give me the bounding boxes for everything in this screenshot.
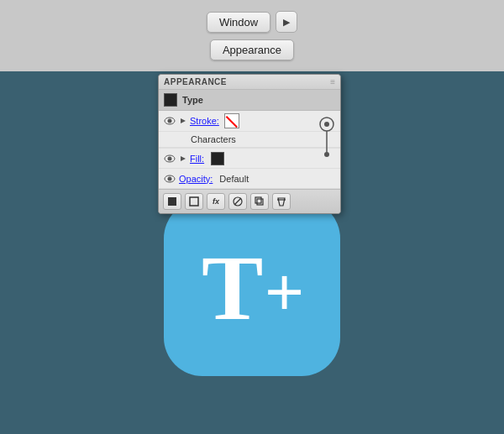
opacity-value: Default xyxy=(219,174,249,184)
panel-title: APPEARANCE xyxy=(164,77,227,86)
svg-rect-12 xyxy=(168,197,176,206)
svg-point-1 xyxy=(168,119,172,123)
arrow-button[interactable]: ▶ xyxy=(276,11,297,33)
svg-rect-13 xyxy=(190,197,198,206)
panel-grip: ≡ xyxy=(330,77,335,86)
eye-icon xyxy=(164,117,176,125)
svg-point-6 xyxy=(324,152,329,157)
type-row: Type xyxy=(159,90,340,111)
stroke-row: Stroke: xyxy=(159,111,340,132)
t-letter: T xyxy=(202,242,261,334)
fill-swatch[interactable] xyxy=(211,152,224,165)
toolbar-btn-delete[interactable] xyxy=(272,193,291,210)
opacity-label[interactable]: Opacity: xyxy=(179,174,213,184)
app-icon: T + xyxy=(164,200,340,376)
fill-eye-icon xyxy=(164,154,176,163)
top-btn-row-2: Appearance xyxy=(210,39,294,60)
opacity-row: Opacity: Default xyxy=(159,169,340,189)
appearance-panel: APPEARANCE ≡ Type Stroke: xyxy=(158,74,341,214)
fill-triangle-icon xyxy=(179,154,187,163)
toolbar-btn-duplicate[interactable] xyxy=(250,193,269,210)
fill-row: Fill: xyxy=(159,149,340,169)
toolbar-btn-stroke[interactable] xyxy=(185,193,203,210)
top-bar: Window ▶ Appearance xyxy=(0,0,504,71)
app-icon-text: T + xyxy=(202,242,302,334)
svg-marker-18 xyxy=(278,198,285,206)
svg-rect-16 xyxy=(257,199,263,205)
plus-letter: + xyxy=(265,259,302,326)
svg-rect-17 xyxy=(255,197,261,203)
stroke-connector-icon xyxy=(317,114,337,158)
opacity-eye-icon xyxy=(164,175,176,183)
svg-point-11 xyxy=(168,176,172,180)
toolbar-btn-fx[interactable]: fx xyxy=(207,193,225,210)
svg-marker-2 xyxy=(181,118,186,123)
toolbar-btn-clear[interactable] xyxy=(228,193,247,210)
stroke-triangle-icon xyxy=(179,117,187,125)
panel-titlebar[interactable]: APPEARANCE ≡ xyxy=(159,75,340,90)
characters-label: Characters xyxy=(191,134,236,144)
appearance-button[interactable]: Appearance xyxy=(210,39,294,60)
type-swatch xyxy=(164,93,177,107)
top-btn-row-1: Window ▶ xyxy=(207,11,297,33)
characters-row: Characters xyxy=(159,132,340,148)
stroke-chars-container: Stroke: Characters xyxy=(159,111,340,149)
stroke-swatch[interactable] xyxy=(224,113,239,128)
fill-label[interactable]: Fill: xyxy=(190,154,204,164)
svg-marker-9 xyxy=(181,156,186,161)
type-label: Type xyxy=(182,95,203,105)
toolbar-btn-fill[interactable] xyxy=(163,193,181,210)
stroke-label[interactable]: Stroke: xyxy=(190,116,219,126)
svg-line-15 xyxy=(234,198,241,205)
window-button[interactable]: Window xyxy=(207,12,270,33)
panel-toolbar: fx xyxy=(159,189,340,213)
svg-point-8 xyxy=(168,156,172,160)
svg-point-4 xyxy=(324,122,329,127)
panel-body: Type Stroke: xyxy=(159,90,340,189)
